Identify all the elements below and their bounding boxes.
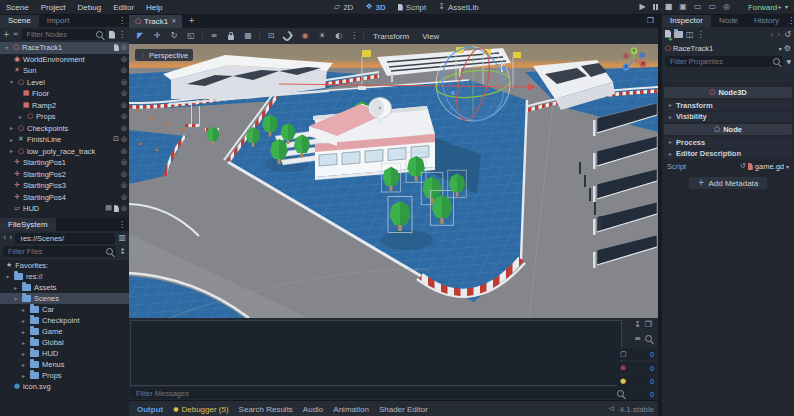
close-tab-icon[interactable]	[171, 18, 176, 24]
selection-list-button[interactable]	[208, 30, 220, 42]
script-badge-icon[interactable]	[114, 205, 119, 212]
fs-res-root[interactable]: res://	[0, 271, 129, 282]
new-scene-tab-button[interactable]	[182, 17, 201, 25]
history-back-icon[interactable]	[770, 31, 773, 39]
tab-inspector[interactable]: Inspector	[662, 14, 711, 27]
tab-search-results[interactable]: Search Results	[239, 405, 293, 414]
filter-messages-input[interactable]	[134, 388, 614, 399]
instance-scene-button[interactable]	[13, 31, 19, 38]
copy-output-icon[interactable]	[645, 321, 652, 329]
tab-debugger[interactable]: Debugger (5)	[173, 405, 228, 414]
expander-icon[interactable]	[8, 137, 15, 143]
resource-options-icon[interactable]	[697, 31, 705, 39]
remote-debug-button[interactable]	[679, 3, 687, 11]
menu-editor[interactable]: Editor	[107, 3, 140, 12]
fs-folder-checkpoint[interactable]: Checkpoint	[0, 315, 129, 326]
perspective-menu[interactable]: Perspective	[135, 49, 193, 61]
play-scene-button[interactable]	[694, 3, 702, 11]
filter-properties-input[interactable]	[668, 56, 771, 67]
tree-node-finishline[interactable]: FinishLine	[0, 134, 129, 146]
filter-warnings-toggle[interactable]: 0	[617, 375, 657, 387]
fs-folder-hud[interactable]: HUD	[0, 348, 129, 359]
fs-favorites[interactable]: Favorites:	[0, 260, 129, 271]
renderer-dropdown[interactable]: Forward+	[748, 0, 788, 14]
menu-debug[interactable]: Debug	[72, 3, 108, 12]
expander-icon[interactable]	[8, 125, 15, 131]
visibility-eye-icon[interactable]	[121, 148, 127, 155]
transform-menu[interactable]: Transform	[369, 32, 413, 41]
rotate-tool-button[interactable]	[168, 30, 180, 42]
expander-icon[interactable]	[20, 340, 27, 346]
fs-folder-props[interactable]: Props	[0, 370, 129, 381]
play-button[interactable]	[640, 3, 646, 11]
visibility-eye-icon[interactable]	[121, 159, 127, 166]
visibility-eye-icon[interactable]	[121, 171, 127, 178]
chevron-down-icon[interactable]	[786, 164, 789, 170]
visibility-eye-icon[interactable]	[121, 182, 127, 189]
class-section-node3d[interactable]: Node3D	[664, 87, 792, 98]
visibility-eye-icon[interactable]	[121, 79, 127, 86]
groups-badge-icon[interactable]	[113, 136, 119, 143]
expander-icon[interactable]	[20, 362, 27, 368]
tree-node-startingpos3[interactable]: StartingPos3	[0, 180, 129, 192]
node-dropdown-icon[interactable]	[779, 46, 782, 52]
preview-sunlight-button[interactable]	[316, 30, 328, 42]
expander-icon[interactable]	[4, 274, 11, 280]
fs-folder-car[interactable]: Car	[0, 304, 129, 315]
visibility-eye-icon[interactable]	[121, 125, 127, 132]
filesystem-menu-icon[interactable]	[118, 221, 126, 229]
tab-scene[interactable]: Scene	[0, 14, 39, 27]
tree-node-props[interactable]: Props	[0, 111, 129, 123]
split-view-icon[interactable]	[118, 234, 126, 242]
tree-node-startingpos4[interactable]: StartingPos4	[0, 192, 129, 204]
expander-icon[interactable]	[20, 351, 27, 357]
expander-icon[interactable]	[17, 114, 24, 120]
viewport-3d[interactable]: Y X Z Perspective	[129, 44, 658, 318]
scene-tab-track1[interactable]: Track1	[129, 14, 182, 28]
history-forward-icon[interactable]	[777, 31, 780, 39]
script-badge-icon[interactable]	[114, 44, 119, 51]
lock-selected-button[interactable]	[225, 30, 237, 42]
workspace-2d[interactable]: 2D	[328, 3, 359, 12]
scene-tree-options-icon[interactable]	[118, 31, 126, 39]
nav-back-icon[interactable]	[3, 234, 6, 242]
tree-node-sun[interactable]: Sun	[0, 65, 129, 77]
clear-output-icon[interactable]	[634, 321, 641, 329]
axis-neg-z-ball[interactable]	[639, 52, 645, 58]
expander-icon[interactable]	[8, 148, 15, 154]
expander-icon[interactable]	[12, 285, 19, 291]
path-field[interactable]	[15, 233, 115, 244]
visibility-eye-icon[interactable]	[121, 205, 127, 212]
expander-icon[interactable]	[20, 318, 27, 324]
tree-node-level[interactable]: Level	[0, 77, 129, 89]
inspector-menu-icon[interactable]	[787, 17, 794, 25]
tree-node-floor[interactable]: Floor	[0, 88, 129, 100]
fs-folder-menus[interactable]: Menus	[0, 359, 129, 370]
visibility-eye-icon[interactable]	[121, 113, 127, 120]
open-scene-badge-icon[interactable]	[105, 205, 112, 212]
filter-files-input[interactable]	[6, 246, 104, 257]
tree-node-startingpos1[interactable]: StartingPos1	[0, 157, 129, 169]
expander-icon[interactable]	[20, 329, 27, 335]
group-editor-description[interactable]: Editor Description	[664, 149, 792, 160]
group-transform[interactable]: Transform	[664, 100, 792, 111]
viewport-options-icon[interactable]	[350, 32, 358, 40]
expander-icon[interactable]	[20, 307, 27, 313]
visibility-eye-icon[interactable]	[121, 67, 127, 74]
group-process[interactable]: Process	[664, 137, 792, 148]
filter-errors-toggle[interactable]: 0	[617, 362, 657, 374]
tree-node-racetrack1[interactable]: RaceTrack1	[0, 42, 129, 54]
movie-mode-button[interactable]	[723, 3, 730, 11]
filter-nodes-input[interactable]	[25, 29, 94, 40]
group-visibility[interactable]: Visibility	[664, 112, 792, 123]
snap-toggle-button[interactable]	[282, 30, 294, 42]
object-history-icon[interactable]	[784, 31, 791, 39]
local-space-button[interactable]	[265, 30, 277, 42]
expander-icon[interactable]	[3, 45, 10, 51]
add-node-button[interactable]	[3, 31, 10, 39]
play-custom-scene-button[interactable]	[708, 3, 716, 11]
workspace-script[interactable]: Script	[392, 3, 432, 12]
fs-folder-assets[interactable]: Assets	[0, 282, 129, 293]
filter-messages-field[interactable]	[130, 387, 628, 399]
add-metadata-button[interactable]: Add Metadata	[689, 177, 767, 189]
